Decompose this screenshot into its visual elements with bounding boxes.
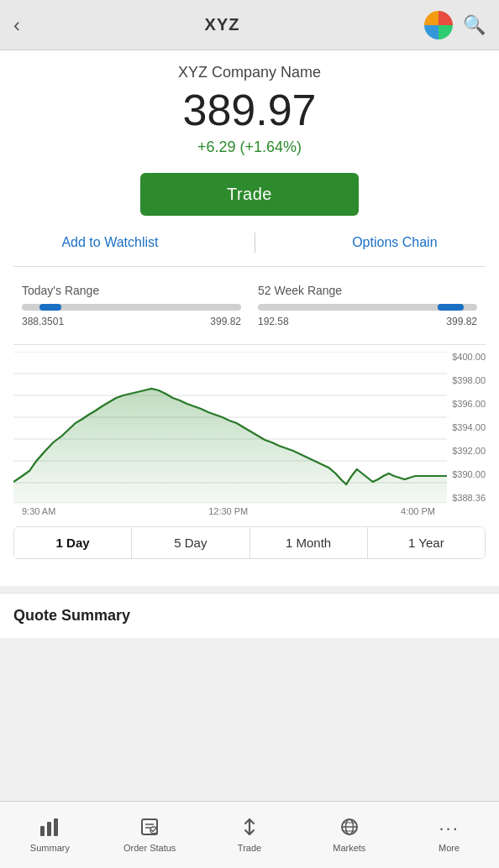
summary-icon [39,818,60,839]
order-status-icon [140,818,159,839]
company-name: XYZ Company Name [13,64,486,81]
more-label: More [439,843,460,853]
chart-y-labels: $400.00 $398.00 $396.00 $394.00 $392.00 … [447,352,486,503]
period-5day-button[interactable]: 5 Day [132,527,250,558]
week-range-low: 192.58 [258,316,289,327]
period-1year-button[interactable]: 1 Year [368,527,485,558]
top-bar: ‹ XYZ 🔍 [0,0,499,50]
back-button[interactable]: ‹ [13,13,20,37]
action-divider [255,233,255,253]
today-range-high: 399.82 [210,316,241,327]
x-label-mid: 12:30 PM [208,506,248,516]
period-1month-button[interactable]: 1 Month [250,527,368,558]
nav-item-markets[interactable]: Markets [299,811,399,860]
today-range-label: Today's Range [22,284,241,297]
markets-icon [339,818,360,839]
stock-price: 389.97 [13,85,486,135]
today-range-fill [39,304,61,311]
week-range-block: 52 Week Range 192.58 399.82 [258,284,477,327]
page-title: XYZ [205,15,240,34]
x-label-start: 9:30 AM [22,506,55,516]
top-bar-icons: 🔍 [424,11,486,39]
today-range-low: 388.3501 [22,316,64,327]
y-label-2: $398.00 [452,375,486,385]
nav-item-more[interactable]: ··· More [399,811,499,860]
trade-label: Trade [238,843,261,853]
week-range-fill [438,304,464,311]
svg-rect-9 [47,822,51,836]
summary-label: Summary [30,843,70,853]
today-range-values: 388.3501 399.82 [22,316,241,327]
search-icon[interactable]: 🔍 [463,14,486,36]
nav-item-trade[interactable]: Trade [200,811,300,860]
today-range-block: Today's Range 388.3501 399.82 [22,284,241,327]
today-range-bar [22,304,241,311]
nav-item-summary[interactable]: Summary [0,811,100,860]
y-label-3: $396.00 [452,399,486,409]
quote-summary-title: Quote Summary [13,607,486,625]
svg-rect-10 [54,818,58,836]
chart-area: $400.00 $398.00 $396.00 $394.00 $392.00 … [13,352,486,503]
y-label-6: $390.00 [452,469,486,479]
y-label-7: $388.36 [452,493,486,503]
app-icon[interactable] [424,11,453,39]
more-icon: ··· [439,818,459,839]
week-range-high: 399.82 [446,316,477,327]
stock-change: +6.29 (+1.64%) [13,139,486,156]
main-content: XYZ Company Name 389.97 +6.29 (+1.64%) T… [0,50,499,586]
add-to-watchlist-link[interactable]: Add to Watchlist [61,235,158,250]
range-section: Today's Range 388.3501 399.82 52 Week Ra… [13,284,486,327]
x-label-end: 4:00 PM [401,506,435,516]
week-range-bar [258,304,477,311]
bottom-nav: Summary Order Status Trade [0,801,499,868]
order-status-label: Order Status [123,843,176,853]
quote-summary-section: Quote Summary [0,593,499,638]
trade-button[interactable]: Trade [140,173,359,216]
nav-item-order-status[interactable]: Order Status [100,811,200,860]
y-label-5: $392.00 [452,446,486,456]
chart-x-labels: 9:30 AM 12:30 PM 4:00 PM [13,503,486,516]
y-label-4: $394.00 [452,422,486,432]
svg-rect-8 [40,826,45,836]
week-range-values: 192.58 399.82 [258,316,477,327]
action-row: Add to Watchlist Options Chain [13,233,486,267]
trade-icon [240,818,259,839]
week-range-label: 52 Week Range [258,284,477,297]
chart-container: $400.00 $398.00 $396.00 $394.00 $392.00 … [13,344,486,516]
chart-svg [13,352,447,503]
options-chain-link[interactable]: Options Chain [352,235,437,250]
y-label-1: $400.00 [452,352,486,362]
markets-label: Markets [333,843,365,853]
period-1day-button[interactable]: 1 Day [14,527,132,558]
period-row: 1 Day 5 Day 1 Month 1 Year [13,526,486,559]
